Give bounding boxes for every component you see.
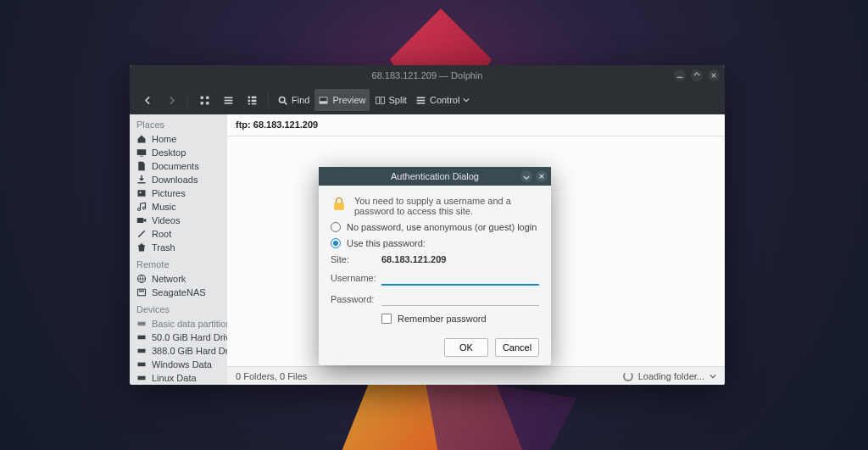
forward-button[interactable] (160, 89, 182, 111)
find-button[interactable]: Find (274, 89, 313, 111)
sidebar-item-label: Videos (152, 215, 180, 225)
sidebar-item-desktop[interactable]: Desktop (130, 146, 227, 159)
checkbox-icon (381, 314, 392, 324)
sidebar-item-downloads[interactable]: Downloads (130, 173, 227, 186)
svg-rect-8 (251, 96, 256, 97)
svg-rect-16 (376, 97, 379, 103)
svg-rect-29 (138, 322, 146, 326)
nas-icon (136, 287, 147, 297)
remote-header: Remote (130, 254, 227, 272)
username-label: Username: (331, 273, 375, 283)
places-header: Places (130, 114, 227, 132)
sidebar-item-label: Pictures (152, 188, 186, 198)
control-button[interactable]: Control (412, 89, 473, 111)
svg-rect-7 (248, 96, 249, 97)
svg-rect-33 (138, 376, 146, 381)
music-icon (136, 202, 147, 212)
sidebar-item-trash[interactable]: Trash (130, 241, 227, 254)
sidebar-item-nas[interactable]: SeagateNAS (130, 286, 227, 299)
radio-label: No password, use anonymous (or guest) lo… (347, 222, 537, 232)
sidebar-item-label: Home (152, 134, 176, 144)
sidebar-item-label: Music (152, 202, 176, 212)
location-text: ftp: 68.183.121.209 (236, 119, 318, 130)
radio-label: Use this password: (347, 238, 426, 248)
use-password-radio[interactable]: Use this password: (331, 238, 539, 248)
sidebar-item-label: 50.0 GiB Hard Drive (152, 332, 227, 342)
preview-button[interactable]: Preview (314, 89, 369, 111)
pictures-icon (136, 188, 147, 198)
sidebar-item-network[interactable]: Network (130, 272, 227, 286)
sidebar-item-root[interactable]: Root (130, 227, 227, 241)
dialog-message: You need to supply a username and a pass… (331, 196, 539, 216)
cancel-button[interactable]: Cancel (495, 338, 539, 357)
sidebar-item-device[interactable]: Linux Data (130, 371, 227, 385)
svg-rect-22 (140, 156, 144, 157)
sidebar-item-label: Linux Data (152, 373, 197, 383)
details-view-button[interactable] (241, 89, 263, 111)
dialog-minimize-button[interactable] (520, 170, 532, 182)
sidebar-item-videos[interactable]: Videos (130, 214, 227, 227)
svg-rect-28 (139, 291, 144, 292)
radio-icon (331, 222, 341, 232)
svg-rect-30 (138, 336, 146, 340)
devices-header: Devices (130, 299, 227, 317)
document-icon (136, 161, 147, 171)
sidebar-item-device[interactable]: Windows Data (130, 358, 227, 371)
svg-rect-5 (224, 99, 232, 101)
maximize-button[interactable] (691, 69, 703, 81)
username-input[interactable] (381, 270, 539, 286)
lock-icon (331, 196, 348, 213)
sidebar-item-device[interactable]: Basic data partition (130, 317, 227, 331)
control-label: Control (430, 95, 459, 105)
anonymous-login-radio[interactable]: No password, use anonymous (or guest) lo… (331, 222, 539, 232)
sidebar-item-pictures[interactable]: Pictures (130, 186, 227, 200)
svg-rect-4 (224, 97, 232, 98)
compact-view-button[interactable] (217, 89, 239, 111)
drive-icon (136, 373, 147, 383)
menu-icon (415, 95, 426, 106)
sidebar-item-music[interactable]: Music (130, 200, 227, 214)
svg-rect-1 (206, 96, 209, 98)
location-bar[interactable]: ftp: 68.183.121.209 (227, 114, 725, 136)
sidebar-item-documents[interactable]: Documents (130, 159, 227, 173)
search-icon (277, 95, 288, 106)
svg-rect-12 (251, 103, 256, 104)
svg-rect-18 (417, 97, 426, 98)
icons-view-button[interactable] (193, 89, 215, 111)
drive-icon (136, 332, 147, 342)
username-row: Username: (331, 270, 539, 286)
back-button[interactable] (136, 89, 159, 111)
loading-spinner-icon (623, 371, 633, 381)
sidebar-item-device[interactable]: 50.0 GiB Hard Drive (130, 331, 227, 344)
close-button[interactable] (708, 69, 720, 81)
split-button[interactable]: Split (371, 89, 410, 111)
svg-point-24 (139, 192, 141, 193)
radio-icon (331, 238, 341, 248)
remember-password-checkbox[interactable]: Remember password (381, 314, 539, 324)
svg-point-13 (279, 97, 285, 103)
split-label: Split (389, 95, 407, 105)
split-icon (375, 95, 386, 106)
drive-icon (136, 346, 147, 356)
dialog-close-button[interactable] (536, 170, 548, 182)
dialog-titlebar: Authentication Dialog (319, 167, 551, 186)
status-bar: 0 Folders, 0 Files Loading folder... (227, 366, 725, 385)
svg-rect-17 (381, 97, 384, 103)
password-label: Password: (331, 294, 375, 304)
sidebar-item-label: SeagateNAS (152, 287, 206, 297)
password-input[interactable] (381, 292, 539, 306)
minimize-button[interactable] (674, 69, 686, 81)
sidebar-item-device[interactable]: 388.0 GiB Hard Drive (130, 344, 227, 358)
svg-rect-15 (320, 97, 327, 101)
svg-rect-21 (137, 149, 147, 155)
drive-icon (136, 319, 147, 329)
toolbar: Find Preview Split Control (130, 86, 725, 114)
svg-rect-32 (138, 363, 146, 367)
dialog-message-text: You need to supply a username and a pass… (354, 196, 539, 216)
svg-rect-2 (200, 102, 203, 104)
chevron-down-icon (709, 373, 716, 380)
sidebar-item-home[interactable]: Home (130, 132, 227, 146)
svg-rect-31 (138, 349, 146, 353)
svg-rect-9 (248, 99, 249, 101)
ok-button[interactable]: OK (444, 338, 488, 357)
